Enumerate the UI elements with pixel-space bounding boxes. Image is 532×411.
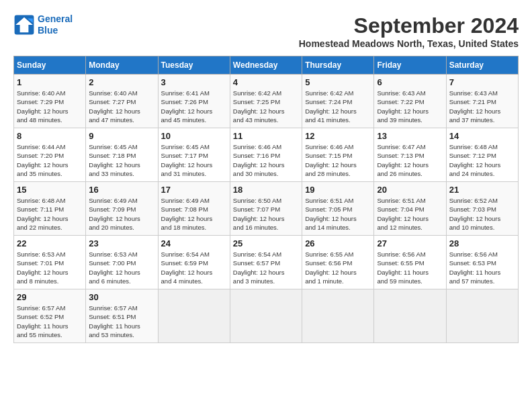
calendar-week-3: 15Sunrise: 6:48 AM Sunset: 7:11 PM Dayli… bbox=[14, 182, 519, 236]
calendar-cell bbox=[158, 289, 230, 343]
calendar-cell bbox=[302, 289, 374, 343]
day-number: 9 bbox=[89, 131, 154, 141]
day-number: 21 bbox=[449, 185, 515, 195]
calendar-cell: 2Sunrise: 6:40 AM Sunset: 7:27 PM Daylig… bbox=[86, 75, 158, 128]
day-detail: Sunrise: 6:46 AM Sunset: 7:16 PM Dayligh… bbox=[233, 142, 299, 178]
calendar-cell: 20Sunrise: 6:51 AM Sunset: 7:04 PM Dayli… bbox=[374, 182, 446, 236]
calendar-cell: 25Sunrise: 6:54 AM Sunset: 6:57 PM Dayli… bbox=[230, 236, 302, 289]
calendar-cell bbox=[230, 289, 302, 343]
calendar-header-row: SundayMondayTuesdayWednesdayThursdayFrid… bbox=[14, 56, 519, 75]
calendar-cell: 8Sunrise: 6:44 AM Sunset: 7:20 PM Daylig… bbox=[14, 128, 86, 182]
column-header-monday: Monday bbox=[86, 56, 158, 75]
day-detail: Sunrise: 6:49 AM Sunset: 7:09 PM Dayligh… bbox=[89, 196, 154, 232]
day-number: 19 bbox=[305, 185, 371, 195]
day-number: 22 bbox=[17, 238, 83, 248]
column-header-tuesday: Tuesday bbox=[158, 56, 230, 75]
day-detail: Sunrise: 6:45 AM Sunset: 7:18 PM Dayligh… bbox=[89, 142, 154, 178]
day-number: 17 bbox=[161, 185, 227, 195]
day-number: 11 bbox=[233, 131, 299, 141]
day-detail: Sunrise: 6:40 AM Sunset: 7:27 PM Dayligh… bbox=[89, 89, 154, 124]
day-number: 4 bbox=[233, 77, 299, 87]
calendar-cell: 17Sunrise: 6:49 AM Sunset: 7:08 PM Dayli… bbox=[158, 182, 230, 236]
day-number: 10 bbox=[161, 131, 227, 141]
calendar-cell bbox=[446, 289, 518, 343]
calendar-week-1: 1Sunrise: 6:40 AM Sunset: 7:29 PM Daylig… bbox=[14, 75, 519, 128]
main-title: September 2024 bbox=[299, 13, 519, 38]
day-detail: Sunrise: 6:53 AM Sunset: 7:01 PM Dayligh… bbox=[17, 250, 83, 285]
logo-line1: General bbox=[38, 13, 73, 24]
calendar-cell bbox=[374, 289, 446, 343]
calendar-cell: 12Sunrise: 6:46 AM Sunset: 7:15 PM Dayli… bbox=[302, 128, 374, 182]
logo-text: General Blue bbox=[38, 13, 73, 36]
day-detail: Sunrise: 6:54 AM Sunset: 6:59 PM Dayligh… bbox=[161, 250, 227, 285]
calendar-cell: 14Sunrise: 6:48 AM Sunset: 7:12 PM Dayli… bbox=[446, 128, 518, 182]
day-number: 5 bbox=[305, 77, 371, 87]
day-detail: Sunrise: 6:45 AM Sunset: 7:17 PM Dayligh… bbox=[161, 142, 227, 178]
day-number: 15 bbox=[17, 185, 83, 195]
calendar-week-5: 29Sunrise: 6:57 AM Sunset: 6:52 PM Dayli… bbox=[14, 289, 519, 343]
day-detail: Sunrise: 6:57 AM Sunset: 6:51 PM Dayligh… bbox=[89, 304, 154, 339]
day-number: 25 bbox=[233, 238, 299, 248]
calendar-cell: 24Sunrise: 6:54 AM Sunset: 6:59 PM Dayli… bbox=[158, 236, 230, 289]
day-number: 26 bbox=[305, 238, 371, 248]
day-number: 23 bbox=[89, 238, 154, 248]
day-detail: Sunrise: 6:48 AM Sunset: 7:12 PM Dayligh… bbox=[449, 142, 515, 178]
calendar-cell: 1Sunrise: 6:40 AM Sunset: 7:29 PM Daylig… bbox=[14, 75, 86, 128]
calendar-cell: 23Sunrise: 6:53 AM Sunset: 7:00 PM Dayli… bbox=[86, 236, 158, 289]
logo-icon bbox=[13, 14, 35, 36]
calendar-week-2: 8Sunrise: 6:44 AM Sunset: 7:20 PM Daylig… bbox=[14, 128, 519, 182]
calendar-cell: 26Sunrise: 6:55 AM Sunset: 6:56 PM Dayli… bbox=[302, 236, 374, 289]
title-section: September 2024 Homestead Meadows North, … bbox=[299, 13, 519, 49]
calendar-cell: 30Sunrise: 6:57 AM Sunset: 6:51 PM Dayli… bbox=[86, 289, 158, 343]
column-header-thursday: Thursday bbox=[302, 56, 374, 75]
calendar-cell: 5Sunrise: 6:42 AM Sunset: 7:24 PM Daylig… bbox=[302, 75, 374, 128]
day-number: 3 bbox=[161, 77, 227, 87]
day-detail: Sunrise: 6:40 AM Sunset: 7:29 PM Dayligh… bbox=[17, 89, 83, 124]
day-detail: Sunrise: 6:48 AM Sunset: 7:11 PM Dayligh… bbox=[17, 196, 83, 232]
column-header-wednesday: Wednesday bbox=[230, 56, 302, 75]
day-number: 12 bbox=[305, 131, 371, 141]
day-detail: Sunrise: 6:54 AM Sunset: 6:57 PM Dayligh… bbox=[233, 250, 299, 285]
day-detail: Sunrise: 6:52 AM Sunset: 7:03 PM Dayligh… bbox=[449, 196, 515, 232]
calendar-cell: 19Sunrise: 6:51 AM Sunset: 7:05 PM Dayli… bbox=[302, 182, 374, 236]
day-number: 28 bbox=[449, 238, 515, 248]
day-detail: Sunrise: 6:43 AM Sunset: 7:21 PM Dayligh… bbox=[449, 89, 515, 124]
day-number: 16 bbox=[89, 185, 154, 195]
day-number: 30 bbox=[89, 292, 154, 302]
column-header-saturday: Saturday bbox=[446, 56, 518, 75]
day-number: 6 bbox=[377, 77, 443, 87]
day-detail: Sunrise: 6:51 AM Sunset: 7:04 PM Dayligh… bbox=[377, 196, 443, 232]
calendar-cell: 22Sunrise: 6:53 AM Sunset: 7:01 PM Dayli… bbox=[14, 236, 86, 289]
day-number: 8 bbox=[17, 131, 83, 141]
day-number: 14 bbox=[449, 131, 515, 141]
day-detail: Sunrise: 6:56 AM Sunset: 6:53 PM Dayligh… bbox=[449, 250, 515, 285]
day-number: 18 bbox=[233, 185, 299, 195]
day-number: 1 bbox=[17, 77, 83, 87]
calendar-cell: 11Sunrise: 6:46 AM Sunset: 7:16 PM Dayli… bbox=[230, 128, 302, 182]
calendar-cell: 18Sunrise: 6:50 AM Sunset: 7:07 PM Dayli… bbox=[230, 182, 302, 236]
calendar-cell: 4Sunrise: 6:42 AM Sunset: 7:25 PM Daylig… bbox=[230, 75, 302, 128]
column-header-sunday: Sunday bbox=[14, 56, 86, 75]
calendar-cell: 3Sunrise: 6:41 AM Sunset: 7:26 PM Daylig… bbox=[158, 75, 230, 128]
subtitle: Homestead Meadows North, Texas, United S… bbox=[299, 38, 519, 49]
calendar-cell: 9Sunrise: 6:45 AM Sunset: 7:18 PM Daylig… bbox=[86, 128, 158, 182]
logo: General Blue bbox=[13, 13, 73, 36]
day-detail: Sunrise: 6:51 AM Sunset: 7:05 PM Dayligh… bbox=[305, 196, 371, 232]
day-number: 2 bbox=[89, 77, 154, 87]
day-detail: Sunrise: 6:57 AM Sunset: 6:52 PM Dayligh… bbox=[17, 304, 83, 339]
day-number: 7 bbox=[449, 77, 515, 87]
calendar-cell: 15Sunrise: 6:48 AM Sunset: 7:11 PM Dayli… bbox=[14, 182, 86, 236]
day-detail: Sunrise: 6:50 AM Sunset: 7:07 PM Dayligh… bbox=[233, 196, 299, 232]
column-header-friday: Friday bbox=[374, 56, 446, 75]
day-number: 24 bbox=[161, 238, 227, 248]
day-detail: Sunrise: 6:55 AM Sunset: 6:56 PM Dayligh… bbox=[305, 250, 371, 285]
day-detail: Sunrise: 6:43 AM Sunset: 7:22 PM Dayligh… bbox=[377, 89, 443, 124]
calendar-cell: 10Sunrise: 6:45 AM Sunset: 7:17 PM Dayli… bbox=[158, 128, 230, 182]
day-detail: Sunrise: 6:49 AM Sunset: 7:08 PM Dayligh… bbox=[161, 196, 227, 232]
day-detail: Sunrise: 6:42 AM Sunset: 7:25 PM Dayligh… bbox=[233, 89, 299, 124]
calendar-table: SundayMondayTuesdayWednesdayThursdayFrid… bbox=[13, 56, 519, 343]
calendar-cell: 29Sunrise: 6:57 AM Sunset: 6:52 PM Dayli… bbox=[14, 289, 86, 343]
logo-line2: Blue bbox=[38, 25, 58, 36]
calendar-cell: 28Sunrise: 6:56 AM Sunset: 6:53 PM Dayli… bbox=[446, 236, 518, 289]
day-number: 20 bbox=[377, 185, 443, 195]
